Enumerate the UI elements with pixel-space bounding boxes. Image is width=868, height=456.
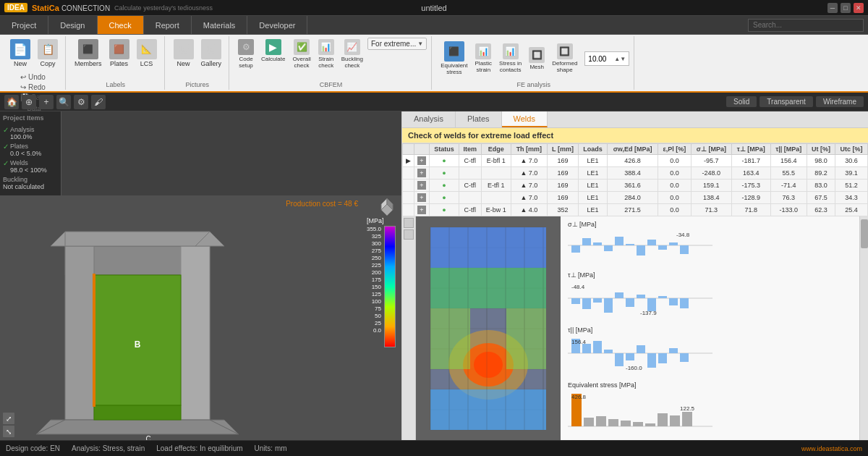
settings-button[interactable]: ⚙	[74, 95, 88, 109]
home-button[interactable]: 🏠	[4, 95, 19, 109]
menu-tab-check[interactable]: Check	[98, 16, 144, 34]
solid-tab[interactable]: Solid	[726, 96, 757, 107]
row-loads: LE1	[579, 155, 608, 167]
mesh-button[interactable]: 🔲 Mesh	[526, 46, 548, 72]
svg-text:-137.9: -137.9	[640, 310, 657, 316]
analysis-tab[interactable]: Analysis	[402, 111, 456, 127]
overall-check-button[interactable]: ✅ Overallcheck	[289, 38, 313, 71]
wireframe-tab[interactable]: Wireframe	[816, 96, 864, 107]
deformed-shape-button[interactable]: 🔲 Deformedshape	[549, 42, 580, 75]
col-expand2	[414, 144, 430, 155]
stress-contacts-label: Stress incontacts	[499, 61, 522, 74]
table-row[interactable]: + ● C-tfl E-tfl 1 ▲ 7.0 169 LE1 361.6 0.…	[403, 180, 868, 192]
row-plus[interactable]: +	[414, 180, 430, 192]
check-header: Check of welds for extreme load effect	[402, 128, 868, 143]
project-items-panel: Project Items ✓ Analysis 100.0% ✓ Plates…	[0, 111, 61, 195]
menu-tab-developer[interactable]: Developer	[247, 16, 307, 34]
strain-check-button[interactable]: 📊 Straincheck	[315, 38, 337, 71]
equiv-stress-chart: Equivalent stress [MPa]	[568, 381, 852, 430]
viewport-3d[interactable]: Production cost = 48 € B	[0, 195, 401, 440]
stress-in-contacts-button[interactable]: 📊 Stress incontacts	[496, 42, 524, 75]
copy-button[interactable]: 📋 Copy	[35, 38, 61, 69]
table-row[interactable]: ▶ + ● C-tfl E-bfl 1 ▲ 7.0 169 LE1 426.8 …	[403, 155, 868, 167]
row-arrow	[403, 192, 414, 204]
undo-button[interactable]: ↩ Undo	[19, 72, 49, 82]
equivalent-stress-button[interactable]: ⬛ Equivalentstress	[438, 40, 470, 77]
close-button[interactable]: ✕	[854, 3, 864, 13]
row-status: ●	[430, 180, 459, 192]
search-input[interactable]	[748, 19, 864, 32]
right-scrollbar[interactable]	[859, 216, 868, 440]
fe-value-input[interactable]	[588, 55, 614, 63]
shrink-view-button[interactable]: ⤡	[3, 426, 14, 437]
gallery-button[interactable]: 🖼 Gallery	[198, 38, 225, 69]
window-controls[interactable]: ─ □ ✕	[827, 3, 864, 13]
cube-view-icon[interactable]	[375, 198, 399, 221]
row-plus[interactable]: +	[414, 167, 430, 180]
menu-tab-project[interactable]: Project	[0, 16, 48, 34]
row-plus[interactable]: +	[414, 155, 430, 167]
calculate-button[interactable]: ▶ Calculate	[258, 38, 288, 64]
app-logo: IDEA	[4, 3, 27, 12]
row-utc: 51.2	[835, 180, 868, 192]
plastic-strain-button[interactable]: 📊 Plasticstrain	[472, 42, 495, 75]
row-epl: 0.0	[658, 204, 692, 216]
restore-button[interactable]: □	[841, 3, 851, 13]
table-row[interactable]: + ● ▲ 7.0 169 LE1 388.4 0.0 -248.0 163.4…	[403, 167, 868, 180]
svg-rect-100	[645, 423, 655, 426]
heatmap-shrink-button[interactable]: ⤡	[404, 229, 414, 240]
for-extreme-button[interactable]: For extreme... ▼	[367, 38, 427, 50]
svg-text:-34.8: -34.8	[676, 232, 690, 238]
row-arrow[interactable]: ▶	[403, 155, 414, 167]
fe-group-label: FE analysis	[516, 81, 550, 88]
row-arrow	[403, 204, 414, 216]
welds-tab[interactable]: Welds	[502, 111, 548, 127]
minimize-button[interactable]: ─	[827, 3, 838, 13]
row-tau-perp: 163.4	[731, 167, 770, 180]
new-label: New	[14, 61, 27, 68]
lcs-button[interactable]: 📐 LCS	[134, 38, 160, 69]
svg-rect-7	[93, 274, 95, 407]
redo-button[interactable]: ↪ Redo	[19, 83, 49, 92]
heatmap-expand-button[interactable]: ⤢	[404, 218, 414, 228]
cbfem-group-label: CBFEM	[320, 81, 343, 88]
row-status: ●	[430, 192, 459, 204]
svg-rect-97	[608, 419, 618, 426]
row-status: ●	[430, 167, 459, 180]
weld-table-container[interactable]: Status Item Edge Th [mm] L [mm] Loads σw…	[402, 143, 868, 216]
table-row[interactable]: + ● C-tfl E-bw 1 ▲ 4.0 352 LE1 271.5 0.0…	[403, 204, 868, 216]
scrollbar-thumb[interactable]	[861, 219, 868, 248]
zoom-all-button[interactable]: ⊕	[22, 95, 36, 109]
analysis-label: Analysis	[10, 126, 35, 133]
transparent-tab[interactable]: Transparent	[760, 96, 813, 107]
plates-check: ✓ Plates 0.0 < 5.0%	[3, 143, 58, 157]
paint-button[interactable]: 🖌	[91, 95, 106, 109]
add-button[interactable]: +	[39, 95, 54, 109]
table-row[interactable]: + ● ▲ 7.0 169 LE1 284.0 0.0 138.4 -128.9…	[403, 192, 868, 204]
row-l: 352	[547, 204, 578, 216]
row-edge	[481, 167, 511, 180]
code-setup-button[interactable]: ⚙ Codesetup	[235, 38, 257, 71]
row-plus[interactable]: +	[414, 204, 430, 216]
new-picture-button[interactable]: 🖼 New	[171, 38, 197, 69]
menu-tab-report[interactable]: Report	[144, 16, 192, 34]
new-button[interactable]: 📄 New	[7, 38, 33, 69]
svg-rect-74	[658, 296, 667, 298]
menu-tab-design[interactable]: Design	[48, 16, 97, 34]
color-scale-bar	[384, 226, 396, 347]
row-epl: 0.0	[658, 167, 692, 180]
sigma-chart: σ⊥ [MPa]	[568, 221, 852, 261]
row-tau-perp: -128.9	[731, 192, 770, 204]
svg-rect-76	[680, 298, 689, 308]
plates-tab[interactable]: Plates	[456, 111, 502, 127]
buckling-check-button[interactable]: 📈 Bucklingcheck	[339, 38, 366, 71]
members-button[interactable]: ⬛ Members	[72, 38, 105, 69]
row-plus[interactable]: +	[414, 192, 430, 204]
nav-button[interactable]: 🔍	[56, 95, 71, 109]
menu-tab-materials[interactable]: Materials	[192, 16, 248, 34]
expand-view-button[interactable]: ⤢	[3, 413, 14, 424]
tau-par-label: τ|| [MPa]	[568, 326, 852, 334]
right-tabs: Analysis Plates Welds	[402, 111, 868, 128]
plates-button[interactable]: 🟫 Plates	[106, 38, 132, 69]
row-epl: 0.0	[658, 192, 692, 204]
